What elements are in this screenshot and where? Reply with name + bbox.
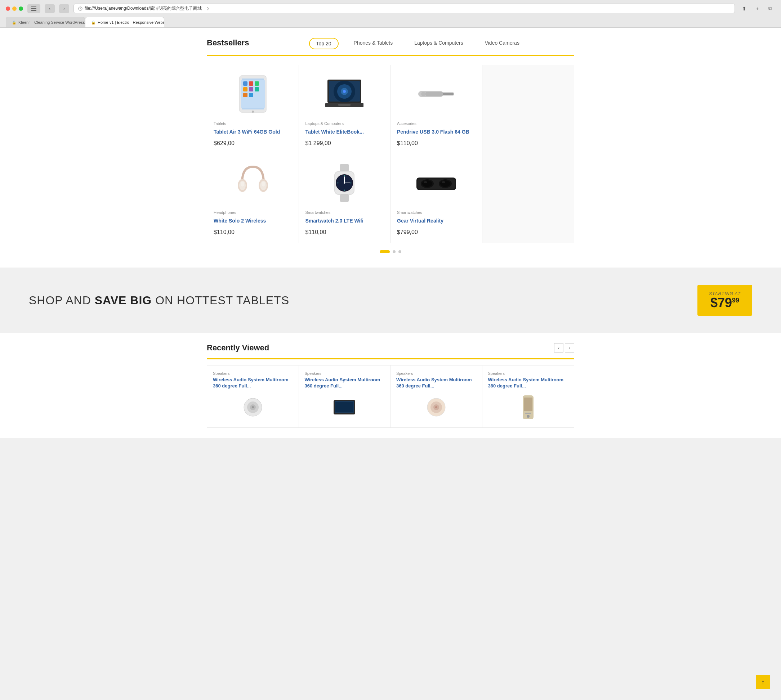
speaker-phone-icon bbox=[521, 395, 535, 420]
svg-rect-2 bbox=[31, 10, 37, 11]
tab-electro[interactable]: 🔒 Home-v1 | Electro - Responsive Website… bbox=[85, 17, 164, 27]
product-image-wrap-2 bbox=[305, 72, 384, 116]
product-name-7: Gear Virtual Reality bbox=[397, 217, 476, 224]
forward-button[interactable]: › bbox=[59, 4, 69, 13]
product-card-smartwatch[interactable]: Smartwatches Smartwatch 2.0 LTE Wifi $11… bbox=[299, 154, 391, 243]
product-price-3: $110,00 bbox=[397, 140, 476, 147]
watch-icon bbox=[330, 163, 359, 203]
svg-point-60 bbox=[252, 406, 254, 408]
product-price-5: $110,00 bbox=[214, 229, 292, 235]
recently-item-1[interactable]: Speakers Wireless Audio System Multiroom… bbox=[207, 365, 299, 427]
recently-category-2: Speakers bbox=[305, 371, 385, 375]
product-category-5: Headphones bbox=[214, 210, 292, 215]
recently-category-4: Speakers bbox=[488, 371, 569, 375]
new-tab-button[interactable]: + bbox=[752, 4, 762, 13]
tab-bar: 🔒 Kleenr – Cleaning Service WordPress Th… bbox=[0, 17, 781, 27]
promo-after: ON HOTTEST TABLETS bbox=[155, 294, 289, 307]
recently-item-4[interactable]: Speakers Wireless Audio System Multiroom… bbox=[482, 365, 574, 427]
recently-item-2[interactable]: Speakers Wireless Audio System Multiroom… bbox=[299, 365, 391, 427]
recently-viewed-title: Recently Viewed bbox=[207, 343, 269, 353]
tab-kleenr-label: Kleenr – Cleaning Service WordPress Them… bbox=[18, 20, 85, 25]
share-button[interactable]: ⬆ bbox=[739, 4, 749, 13]
product-category-3: Accesories bbox=[397, 122, 476, 126]
svg-rect-28 bbox=[443, 93, 453, 95]
product-price-6: $110,00 bbox=[305, 229, 384, 235]
minimize-dot[interactable] bbox=[12, 7, 17, 11]
product-name-3: Pendrive USB 3.0 Flash 64 GB bbox=[397, 128, 476, 135]
svg-point-34 bbox=[240, 182, 244, 187]
speaker-white-icon bbox=[242, 397, 264, 418]
svg-point-56 bbox=[442, 181, 445, 183]
promo-amount: $7999 bbox=[709, 297, 741, 309]
recently-name-2: Wireless Audio System Multiroom 360 degr… bbox=[305, 377, 385, 389]
svg-point-44 bbox=[344, 175, 345, 177]
product-grid: Tablets Tablet Air 3 WiFi 64GB Gold $629… bbox=[207, 65, 574, 243]
maximize-dot[interactable] bbox=[19, 7, 23, 11]
product-price: $629,00 bbox=[214, 140, 292, 147]
product-card-empty-1 bbox=[482, 65, 574, 154]
headphones-icon bbox=[237, 163, 269, 203]
promo-price-box[interactable]: STARTING AT $7999 bbox=[698, 285, 752, 316]
tab-video-cameras[interactable]: Video Cameras bbox=[478, 38, 526, 49]
product-name: Tablet Air 3 WiFi 64GB Gold bbox=[214, 128, 292, 135]
bestsellers-tabs: Top 20 Phones & Tablets Laptops & Comput… bbox=[260, 38, 574, 49]
recently-img-4 bbox=[488, 393, 569, 422]
product-name-6: Smartwatch 2.0 LTE Wifi bbox=[305, 217, 384, 224]
tabs-button[interactable]: ⧉ bbox=[765, 4, 775, 13]
svg-rect-63 bbox=[335, 402, 354, 412]
bestsellers-title: Bestsellers bbox=[207, 38, 249, 49]
svg-rect-9 bbox=[249, 82, 253, 86]
close-dot[interactable] bbox=[6, 7, 10, 11]
svg-rect-13 bbox=[255, 87, 259, 92]
svg-point-54 bbox=[440, 180, 450, 187]
vr-icon bbox=[415, 170, 458, 195]
product-category-7: Smartwatches bbox=[397, 210, 476, 215]
address-bar[interactable]: file:///Users/janewang/Downloads/简洁明亮的综合… bbox=[73, 3, 735, 13]
recently-viewed-header: Recently Viewed ‹ › bbox=[207, 343, 574, 359]
product-image-wrap-6 bbox=[305, 161, 384, 205]
back-button[interactable]: ‹ bbox=[45, 4, 55, 13]
svg-point-71 bbox=[527, 415, 529, 418]
sidebar-toggle-button[interactable] bbox=[27, 4, 40, 13]
tab-top20[interactable]: Top 20 bbox=[309, 38, 339, 49]
tab-phones-tablets[interactable]: Phones & Tablets bbox=[347, 38, 399, 49]
page-content: Bestsellers Top 20 Phones & Tablets Lapt… bbox=[0, 28, 781, 438]
recently-item-3[interactable]: Speakers Wireless Audio System Multiroom… bbox=[390, 365, 482, 427]
tab-favicon-2: 🔒 bbox=[91, 20, 95, 25]
svg-rect-14 bbox=[243, 93, 247, 97]
tab-electro-label: Home-v1 | Electro - Responsive Website T… bbox=[98, 20, 164, 25]
prev-arrow[interactable]: ‹ bbox=[554, 343, 563, 353]
speaker-pink-icon bbox=[426, 397, 447, 418]
svg-point-43 bbox=[344, 182, 345, 183]
carousel-dot-2[interactable] bbox=[393, 250, 396, 253]
product-image-wrap-7 bbox=[397, 161, 476, 205]
product-card-laptop[interactable]: Laptops & Computers Tablet White EliteBo… bbox=[299, 65, 391, 154]
carousel-dot-1[interactable] bbox=[380, 250, 390, 253]
product-card-tablet-air[interactable]: Tablets Tablet Air 3 WiFi 64GB Gold $629… bbox=[207, 65, 299, 154]
product-name-5: White Solo 2 Wireless bbox=[214, 217, 292, 224]
product-card-headphones[interactable]: Headphones White Solo 2 Wireless $110,00 bbox=[207, 154, 299, 243]
carousel-dot-3[interactable] bbox=[399, 250, 401, 253]
product-card-usb[interactable]: Accesories Pendrive USB 3.0 Flash 64 GB … bbox=[390, 65, 482, 154]
svg-point-47 bbox=[337, 183, 339, 183]
tab-kleenr[interactable]: 🔒 Kleenr – Cleaning Service WordPress Th… bbox=[6, 17, 85, 27]
product-price-2: $1 299,00 bbox=[305, 140, 384, 147]
product-image-wrap-3 bbox=[397, 72, 476, 116]
browser-chrome: ‹ › file:///Users/janewang/Downloads/简洁明… bbox=[0, 0, 781, 28]
recently-img-3 bbox=[396, 393, 476, 422]
tab-laptops[interactable]: Laptops & Computers bbox=[408, 38, 469, 49]
svg-rect-10 bbox=[255, 82, 259, 86]
bestsellers-section: Bestsellers Top 20 Phones & Tablets Lapt… bbox=[192, 28, 589, 268]
svg-point-67 bbox=[435, 406, 437, 408]
recently-category-3: Speakers bbox=[396, 371, 476, 375]
recently-img-1 bbox=[213, 393, 293, 422]
promo-cents: 99 bbox=[732, 297, 739, 304]
url-text: file:///Users/janewang/Downloads/简洁明亮的综合… bbox=[85, 5, 202, 12]
svg-rect-69 bbox=[524, 398, 532, 411]
svg-point-45 bbox=[350, 183, 352, 183]
speaker-screen-icon bbox=[332, 397, 357, 418]
next-arrow[interactable]: › bbox=[565, 343, 574, 353]
product-card-empty-2 bbox=[482, 154, 574, 243]
promo-text: SHOP AND SAVE BIG ON HOTTEST TABLETS bbox=[29, 294, 289, 307]
product-card-vr[interactable]: Smartwatches Gear Virtual Reality $799,0… bbox=[390, 154, 482, 243]
